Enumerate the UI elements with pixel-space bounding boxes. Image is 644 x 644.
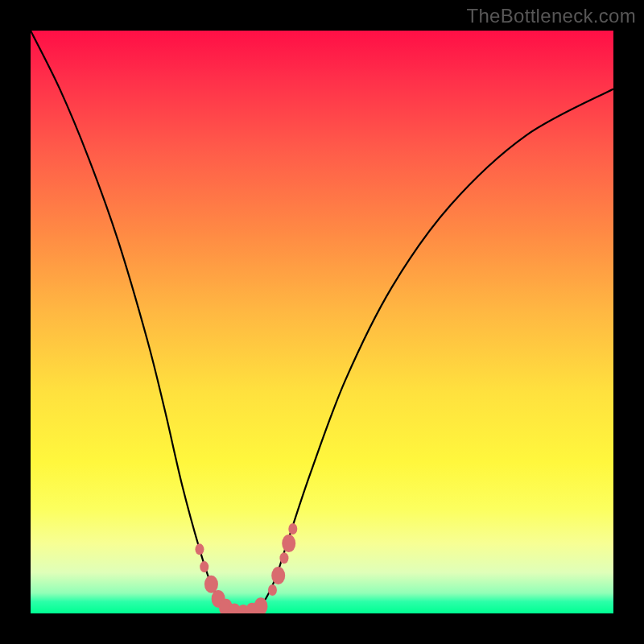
data-marker [282,535,295,552]
data-marker [200,561,208,572]
data-marker [271,567,285,584]
data-markers [195,523,297,613]
data-marker [268,584,277,596]
watermark-label: TheBottleneck.com [466,5,636,27]
bottleneck-curve [31,31,613,613]
data-marker [279,552,288,564]
plot-area [31,31,613,613]
chart-svg [31,31,613,613]
data-marker [288,523,297,535]
chart-frame: TheBottleneck.com [0,0,644,644]
data-marker [195,543,204,555]
